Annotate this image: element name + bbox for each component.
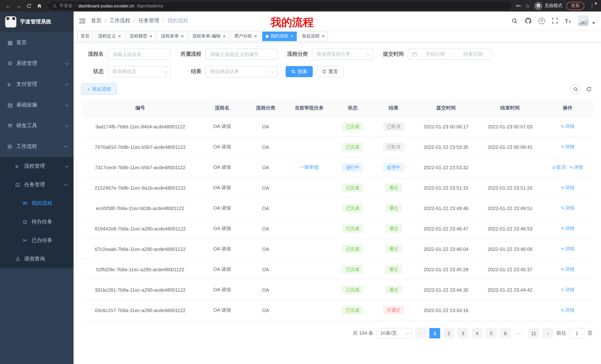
tab-process-form-edit[interactable]: 流程表单-编辑× [189, 31, 229, 41]
process-def-input[interactable] [205, 49, 278, 60]
cell-process-id: ec45f38f-7b9a-11ec-b03b-acde48001122 [81, 198, 199, 218]
refresh-table-button[interactable] [586, 86, 592, 92]
sidebar-item-payment-mgmt[interactable]: ¥支付管理 [0, 74, 74, 95]
close-icon[interactable]: × [181, 34, 184, 38]
result-badge: 已取消 [383, 123, 404, 131]
app-logo[interactable]: 芋道管理系统 [0, 11, 74, 32]
detail-link[interactable]: ✎详情 [561, 225, 574, 232]
sidebar-item-system-mgmt[interactable]: ⚙系统管理 [0, 53, 74, 74]
sidebar-toggle[interactable] [74, 18, 91, 24]
page-button-5[interactable]: 5 [486, 328, 497, 338]
home-button[interactable] [35, 1, 44, 10]
sidebar-item-todo-tasks[interactable]: ⊙待办任务 [0, 213, 74, 231]
cell-actions: ✎详情 [542, 137, 593, 157]
tab-my-process[interactable]: 我的流程× [262, 31, 297, 41]
breadcrumb-item-home[interactable]: 首页 [91, 18, 101, 24]
refresh-icon [322, 69, 327, 74]
sidebar-item-my-process[interactable]: ✉我的流程 [0, 194, 74, 213]
github-icon[interactable] [525, 18, 531, 24]
close-icon[interactable]: × [290, 34, 293, 38]
detail-link[interactable]: ✎详情 [570, 164, 583, 171]
search-icon[interactable] [511, 18, 518, 24]
caret-down-icon[interactable] [592, 22, 595, 24]
close-icon[interactable]: × [254, 34, 257, 38]
submit-time-label: 提交时间 [381, 51, 404, 57]
close-icon[interactable]: × [118, 34, 121, 38]
close-icon[interactable]: × [150, 34, 152, 38]
search-button[interactable]: 搜索 [286, 66, 313, 77]
detail-label: 详情 [565, 287, 574, 293]
user-avatar[interactable] [578, 16, 588, 26]
sidebar-item-home[interactable]: ▦首页 [0, 32, 74, 53]
page-button-4[interactable]: 4 [472, 328, 482, 338]
status-select[interactable]: 请选择状态 [108, 66, 171, 77]
page-button-2[interactable]: 2 [443, 328, 454, 338]
browser-menu-icon[interactable]: ⋮ [588, 3, 596, 9]
prev-page-button[interactable]: ‹ [415, 328, 426, 338]
breadcrumb-item-workflow[interactable]: 工作流程 [110, 18, 130, 24]
sidebar-item-task-mgmt[interactable]: ⊡任务管理 [0, 175, 74, 194]
pager-ellipsis[interactable]: ··· [514, 328, 525, 338]
tools-icon: ⚒ [7, 123, 16, 129]
cell-category: OA [245, 259, 286, 280]
tab-label: 首页 [80, 33, 90, 39]
breadcrumb-separator: / [105, 18, 106, 24]
password-key-icon[interactable] [515, 3, 521, 9]
sidebar-item-process-mgmt[interactable]: ≡流程管理 [0, 157, 74, 175]
detail-link[interactable]: ✎详情 [561, 246, 574, 252]
address-bar[interactable]: ⚠ 不安全 dashboard.yudao.iocoder.cn/bpm/tas… [48, 2, 511, 10]
tab-process-model[interactable]: 流程模型× [126, 31, 156, 41]
tab-user-group[interactable]: 用户分组× [231, 31, 260, 41]
reset-button[interactable]: 重置 [316, 66, 344, 77]
bookmark-star-icon[interactable]: ☆ [525, 2, 530, 9]
detail-link[interactable]: ✎详情 [561, 205, 574, 211]
help-icon[interactable]: ? [538, 18, 545, 24]
forward-button[interactable]: → [14, 1, 23, 10]
submit-time-range[interactable]: 开始日期 - 结束日期 [408, 49, 492, 60]
sidebar-item-dev-tools[interactable]: ⚒研发工具 [0, 115, 74, 136]
start-process-button[interactable]: + 发起流程 [81, 84, 117, 95]
chevron-down-icon [270, 69, 274, 73]
result-select[interactable]: 请选择流结果 [205, 66, 278, 77]
detail-link[interactable]: ✎详情 [561, 287, 574, 293]
tab-process-form[interactable]: 流程表单× [158, 31, 187, 41]
page-button-11[interactable]: 11 [528, 328, 539, 338]
detail-link[interactable]: ✎详情 [561, 266, 574, 273]
cell-end-time: 2022-01-22 23:44:42 [478, 280, 542, 300]
sidebar-item-workflow[interactable]: ⊞工作流程 [0, 136, 74, 157]
show-search-button[interactable] [571, 84, 580, 94]
sidebar-item-label: 请假查询 [24, 256, 45, 262]
breadcrumb-item-task-mgmt[interactable]: 任务管理 [139, 18, 159, 24]
detail-link[interactable]: ✎详情 [561, 144, 574, 150]
page-button-3[interactable]: 3 [458, 328, 468, 338]
goto-page-input[interactable] [570, 328, 584, 338]
next-page-button[interactable]: › [542, 328, 553, 338]
detail-link[interactable]: ✎详情 [561, 185, 574, 191]
cancel-link[interactable]: ⊘取消 [552, 164, 566, 171]
update-button[interactable]: 更新 [566, 2, 584, 10]
back-button[interactable]: ← [4, 1, 13, 10]
fullscreen-icon[interactable] [552, 18, 558, 24]
sidebar-item-done-tasks[interactable]: ✂已办任务 [0, 231, 74, 250]
cell-category: OA [245, 218, 286, 239]
tab-start-process[interactable]: 发起流程× [299, 31, 328, 41]
column-header: 结果 [373, 100, 414, 116]
reload-button[interactable] [25, 1, 33, 10]
font-size-icon[interactable]: TT [565, 18, 571, 24]
current-task-link[interactable]: 一级审批 [299, 164, 319, 170]
tab-home[interactable]: 首页 [77, 31, 93, 41]
close-icon[interactable]: × [322, 34, 325, 38]
tab-process-definition[interactable]: 流程定义× [95, 31, 124, 41]
category-select[interactable]: 请选择流程分类 [312, 49, 373, 60]
page-button-1[interactable]: 1 [429, 328, 440, 338]
sidebar-item-leave-query[interactable]: ♙请假查询 [0, 250, 74, 268]
close-icon[interactable]: × [223, 34, 226, 38]
detail-link[interactable]: ✎详情 [561, 307, 574, 313]
process-name-input[interactable] [108, 49, 171, 60]
page-button-6[interactable]: 6 [500, 328, 511, 338]
detail-link[interactable]: ✎详情 [561, 123, 574, 130]
cell-actions: ✎详情 [542, 178, 593, 198]
page-size-select[interactable]: 10条/页 [377, 328, 412, 338]
topbar: 首页/工作流程/任务管理/我的流程 ? TT [74, 11, 601, 30]
sidebar-item-infrastructure[interactable]: ▤基础设施 [0, 95, 74, 115]
